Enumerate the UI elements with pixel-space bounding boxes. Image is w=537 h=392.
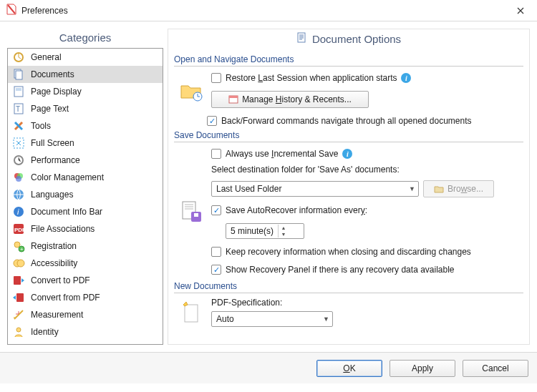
svg-rect-28 bbox=[229, 96, 238, 98]
chevron-down-icon: ▼ bbox=[323, 315, 329, 323]
sidebar-item-label: Convert from PDF bbox=[31, 293, 100, 303]
info-icon[interactable]: i bbox=[342, 149, 352, 159]
category-icon bbox=[12, 308, 25, 321]
pdf-spec-value: Auto bbox=[216, 314, 234, 324]
sidebar-item-convert-from-pdf[interactable]: Convert from PDF bbox=[8, 289, 163, 306]
restore-last-session-checkbox[interactable] bbox=[211, 73, 221, 83]
sidebar-item-label: Performance bbox=[31, 155, 80, 165]
sidebar-item-page-display[interactable]: Page Display bbox=[8, 83, 163, 100]
sidebar-item-page-text[interactable]: TPage Text bbox=[8, 100, 163, 117]
back-forward-label: Back/Forward commands navigate through a… bbox=[221, 116, 472, 126]
destination-folder-value: Last Used Folder bbox=[216, 184, 281, 194]
sidebar-item-label: Full Screen bbox=[31, 138, 74, 148]
stepper-down-icon[interactable]: ▼ bbox=[279, 231, 289, 237]
window-title: Preferences bbox=[21, 6, 68, 16]
svg-rect-2 bbox=[16, 71, 22, 79]
sidebar-item-file-associations[interactable]: PDFFile Associations bbox=[8, 220, 163, 237]
svg-rect-32 bbox=[185, 305, 198, 322]
sidebar-item-label: Measurement bbox=[31, 310, 83, 320]
sidebar-item-label: Tools bbox=[31, 121, 51, 131]
group-new-title: New Documents bbox=[174, 281, 523, 293]
category-icon bbox=[12, 68, 25, 81]
sidebar-item-tools[interactable]: Tools bbox=[8, 117, 163, 134]
sidebar-item-full-screen[interactable]: Full Screen bbox=[8, 134, 163, 152]
category-icon bbox=[12, 274, 25, 287]
svg-rect-23 bbox=[16, 293, 24, 302]
sidebar-item-label: Languages bbox=[31, 190, 73, 200]
sidebar-item-label: Color Management bbox=[31, 172, 104, 182]
sidebar-item-measurement[interactable]: Measurement bbox=[8, 306, 163, 323]
category-icon bbox=[12, 119, 25, 132]
options-panel-title: Document Options bbox=[168, 29, 529, 50]
category-icon: + bbox=[12, 240, 25, 253]
category-icon bbox=[12, 51, 25, 64]
stepper-up-icon[interactable]: ▲ bbox=[279, 225, 289, 231]
sidebar-item-documents[interactable]: Documents bbox=[8, 66, 163, 83]
sidebar-item-label: Documents bbox=[31, 69, 74, 79]
options-panel: Document Options Open and Navigate Docum… bbox=[168, 29, 530, 345]
app-icon bbox=[6, 4, 17, 17]
sidebar-item-label: Page Display bbox=[31, 87, 82, 97]
info-icon[interactable]: i bbox=[401, 73, 411, 83]
svg-rect-31 bbox=[194, 213, 198, 217]
svg-point-11 bbox=[16, 176, 21, 182]
close-button[interactable] bbox=[504, 0, 537, 21]
category-icon bbox=[12, 154, 25, 167]
category-icon bbox=[12, 137, 25, 150]
browse-button[interactable]: Browse... bbox=[423, 180, 494, 197]
keep-recovery-checkbox[interactable] bbox=[211, 247, 221, 257]
sidebar-item-languages[interactable]: Languages bbox=[8, 186, 163, 203]
categories-list[interactable]: GeneralDocumentsPage DisplayTPage TextTo… bbox=[7, 48, 163, 345]
svg-point-17 bbox=[14, 242, 20, 248]
autorecover-checkbox[interactable] bbox=[211, 205, 221, 215]
manage-history-button[interactable]: Manage History & Recents... bbox=[211, 91, 369, 108]
svg-text:+: + bbox=[20, 246, 24, 253]
sidebar-item-accessibility[interactable]: Accessibility bbox=[8, 255, 163, 272]
incremental-save-label: Always use Incremental Save bbox=[226, 149, 338, 159]
new-document-icon bbox=[178, 300, 204, 325]
sidebar-item-color-management[interactable]: Color Management bbox=[8, 169, 163, 186]
svg-text:T: T bbox=[16, 105, 20, 113]
keep-recovery-label: Keep recovery information when closing a… bbox=[226, 247, 471, 257]
show-recovery-panel-label: Show Recovery Panel if there is any reco… bbox=[226, 265, 455, 275]
sidebar-item-label: Registration bbox=[31, 241, 77, 251]
sidebar-item-general[interactable]: General bbox=[8, 49, 163, 66]
sidebar-item-identity[interactable]: Identity bbox=[8, 323, 163, 340]
titlebar: Preferences bbox=[0, 0, 537, 21]
sidebar-item-performance[interactable]: Performance bbox=[8, 152, 163, 169]
sidebar-item-label: Convert to PDF bbox=[31, 275, 90, 285]
autorecover-interval-spinner[interactable]: 5 minute(s) ▲▼ bbox=[226, 223, 304, 239]
sidebar-item-label: File Associations bbox=[31, 224, 95, 234]
category-icon bbox=[12, 291, 25, 304]
sidebar-item-label: Accessibility bbox=[31, 258, 77, 268]
svg-rect-22 bbox=[14, 276, 21, 285]
sidebar-item-registration[interactable]: +Registration bbox=[8, 237, 163, 255]
group-save-title: Save Documents bbox=[174, 130, 523, 142]
folder-history-icon bbox=[178, 78, 204, 104]
cancel-button[interactable]: Cancel bbox=[463, 360, 528, 377]
svg-point-24 bbox=[16, 328, 21, 332]
incremental-save-checkbox[interactable] bbox=[211, 149, 221, 159]
back-forward-checkbox[interactable] bbox=[207, 116, 217, 126]
autorecover-interval-value: 5 minute(s) bbox=[226, 226, 278, 236]
category-icon bbox=[12, 171, 25, 184]
sidebar-item-document-info-bar[interactable]: iDocument Info Bar bbox=[8, 203, 163, 220]
ok-button[interactable]: OK bbox=[316, 360, 382, 377]
svg-rect-4 bbox=[16, 88, 21, 91]
restore-last-session-label: Restore Last Session when application st… bbox=[226, 73, 397, 83]
sidebar-item-label: Document Info Bar bbox=[31, 207, 102, 217]
categories-sidebar: Categories GeneralDocumentsPage DisplayT… bbox=[7, 29, 163, 345]
dialog-footer: OK Apply Cancel bbox=[0, 352, 537, 383]
sidebar-item-label: General bbox=[31, 52, 62, 62]
destination-folder-select[interactable]: Last Used Folder ▼ bbox=[211, 181, 419, 197]
categories-title: Categories bbox=[7, 29, 163, 48]
pdf-spec-select[interactable]: Auto ▼ bbox=[211, 311, 333, 327]
sidebar-item-convert-to-pdf[interactable]: Convert to PDF bbox=[8, 272, 163, 289]
options-panel-title-text: Document Options bbox=[312, 33, 401, 45]
category-icon bbox=[12, 325, 25, 338]
apply-button[interactable]: Apply bbox=[390, 360, 455, 377]
svg-point-21 bbox=[17, 260, 24, 267]
category-icon: i bbox=[12, 205, 25, 218]
chevron-down-icon: ▼ bbox=[409, 185, 415, 192]
show-recovery-panel-checkbox[interactable] bbox=[211, 265, 221, 275]
